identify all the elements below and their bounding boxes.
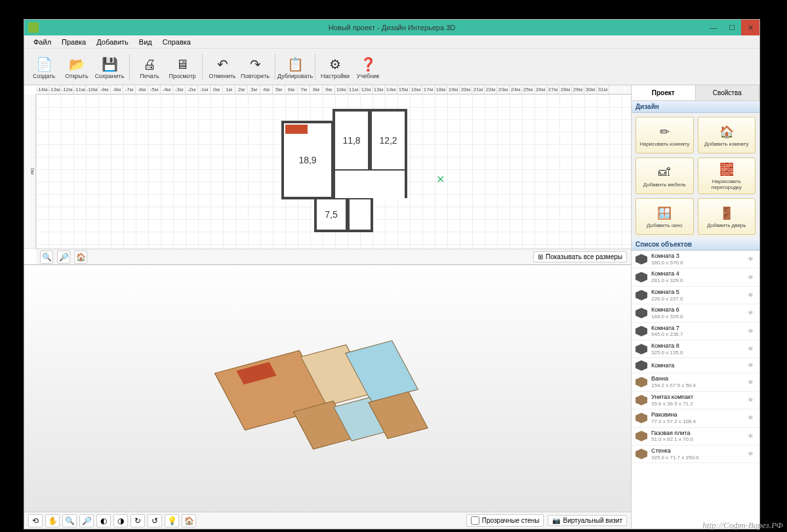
- visibility-icon[interactable]: 👁: [748, 274, 756, 281]
- visibility-icon[interactable]: 👁: [748, 379, 756, 386]
- 3d-tool-2[interactable]: ◑: [113, 514, 128, 527]
- design-buttons-grid: ✏Нарисовать комнату🏠Добавить комнату🛋Доб…: [632, 113, 759, 239]
- 3d-pan-button[interactable]: ✋: [45, 514, 60, 527]
- object-item[interactable]: Комната 3380.0 x 570.0👁: [632, 251, 759, 268]
- transparent-walls-checkbox[interactable]: [471, 516, 479, 525]
- toolbar-Печать[interactable]: 🖨Печать: [134, 51, 165, 84]
- 3d-view[interactable]: ⟲ ✋ 🔍 🔎 ◐ ◑ ↻ ↺ 💡 🏠 Прозрачные стены: [24, 265, 631, 529]
- 2d-grid[interactable]: 18,9 11,8 12,2 7,5 ✕: [36, 94, 631, 249]
- object-item[interactable]: Комната 4281.0 x 329.0👁: [632, 268, 759, 286]
- visibility-icon[interactable]: 👁: [748, 433, 756, 440]
- visibility-icon[interactable]: 👁: [748, 346, 756, 352]
- toolbar-Настройки[interactable]: ⚙Настройки: [319, 51, 351, 84]
- toolbar-Отменить[interactable]: ↶Отменить: [207, 51, 238, 84]
- 3d-tool-4[interactable]: ↺: [148, 514, 162, 527]
- visibility-icon[interactable]: 👁: [748, 397, 756, 403]
- 3d-home-button[interactable]: 🏠: [182, 514, 196, 527]
- object-item[interactable]: Комната 8325.0 x 135.0👁: [632, 340, 759, 358]
- design-btn-Добавить окно[interactable]: 🪟Добавить окно: [636, 198, 694, 235]
- 3d-tool-3[interactable]: ↻: [131, 514, 145, 527]
- virtual-visit-button[interactable]: 📷 Виртуальный визит: [548, 515, 627, 526]
- camera-icon: 📷: [552, 517, 560, 524]
- 3d-light-button[interactable]: 💡: [165, 514, 179, 527]
- design-btn-Нарисовать комнату[interactable]: ✏Нарисовать комнату: [636, 117, 694, 153]
- 3d-rotate-button[interactable]: ⟲: [28, 514, 43, 527]
- maximize-button[interactable]: ☐: [723, 20, 741, 35]
- toolbar-Открыть[interactable]: 📂Открыть: [61, 51, 92, 84]
- 2d-toolbar: 🔍 🔎 🏠 ⊞ Показывать все размеры: [36, 249, 631, 264]
- close-button[interactable]: ✕: [741, 20, 759, 35]
- object-icon: [636, 344, 647, 354]
- design-btn-Добавить дверь[interactable]: 🚪Добавить дверь: [698, 198, 756, 235]
- object-item[interactable]: Газовая плита51.0 x 62.1 x 70.0👁: [632, 428, 759, 445]
- toolbar-icon: 📂: [68, 56, 86, 73]
- object-item[interactable]: Ванна154.2 x 67.5 x 50.4👁: [632, 373, 759, 391]
- visibility-icon[interactable]: 👁: [748, 451, 756, 457]
- menu-file[interactable]: Файл: [28, 37, 56, 47]
- object-icon: [636, 413, 647, 423]
- 3d-zoom-in-button[interactable]: 🔍: [62, 514, 77, 527]
- window-title: Новый проект - Дизайн Интерьера 3D: [329, 24, 455, 31]
- transparent-walls-toggle[interactable]: Прозрачные стены: [466, 514, 544, 527]
- room-2[interactable]: 11,8: [333, 109, 371, 172]
- toolbar-Дублировать[interactable]: 📋Дублировать: [279, 51, 311, 84]
- toolbar-icon: 🖥: [173, 56, 192, 73]
- object-icon: [636, 360, 647, 371]
- visibility-icon[interactable]: 👁: [748, 256, 756, 262]
- menu-add[interactable]: Добавить: [91, 37, 134, 47]
- 3d-model[interactable]: [210, 312, 446, 482]
- 2d-view[interactable]: -14м-13м-12м-11м-10м-9м-8м-7м-6м-5м-4м-3…: [24, 85, 631, 265]
- toolbar-Создать[interactable]: 📄Создать: [28, 51, 60, 84]
- object-icon: [636, 326, 647, 337]
- origin-marker-icon: ✕: [436, 173, 445, 186]
- menu-view[interactable]: Вид: [134, 37, 157, 47]
- visibility-icon[interactable]: 👁: [748, 362, 756, 369]
- object-icon: [636, 395, 647, 405]
- app-window: Новый проект - Дизайн Интерьера 3D — ☐ ✕…: [24, 19, 760, 529]
- object-item[interactable]: Стенка325.0 x 71.7 x 250.0👁: [632, 445, 759, 463]
- toolbar-Учебник[interactable]: ❓Учебник: [352, 51, 384, 84]
- room-4[interactable]: 7,5: [314, 197, 348, 232]
- design-btn-Добавить комнату[interactable]: 🏠Добавить комнату: [698, 117, 756, 153]
- visibility-icon[interactable]: 👁: [748, 328, 756, 335]
- toolbar-Просмотр[interactable]: 🖥Просмотр: [167, 51, 198, 84]
- toolbar-icon: 📄: [35, 56, 53, 73]
- menu-help[interactable]: Справка: [157, 37, 196, 47]
- tab-properties[interactable]: Свойства: [696, 85, 760, 100]
- object-item[interactable]: Комната 6168.0 x 329.0👁: [632, 304, 759, 322]
- object-item[interactable]: Комната 7545.0 x 236.7👁: [632, 323, 759, 340]
- object-item[interactable]: Комната 5226.0 x 227.0👁: [632, 287, 759, 304]
- visibility-icon[interactable]: 👁: [748, 310, 756, 316]
- toolbar-Повторить[interactable]: ↷Повторить: [239, 51, 271, 84]
- toolbar-Сохранить[interactable]: 💾Сохранить: [94, 51, 125, 84]
- menu-edit[interactable]: Правка: [56, 37, 91, 47]
- toolbar-icon: ❓: [359, 56, 377, 73]
- object-item[interactable]: Комната👁: [632, 358, 759, 373]
- app-icon: [28, 22, 39, 33]
- visibility-icon[interactable]: 👁: [748, 415, 756, 421]
- 3d-tool-1[interactable]: ◐: [96, 514, 111, 527]
- tab-project[interactable]: Проект: [632, 85, 696, 100]
- zoom-out-button[interactable]: 🔎: [57, 251, 70, 264]
- show-dimensions-button[interactable]: ⊞ Показывать все размеры: [533, 251, 627, 262]
- furniture-sofa: [285, 125, 308, 134]
- design-btn-Добавить мебель[interactable]: 🛋Добавить мебель: [636, 157, 694, 194]
- object-item[interactable]: Раковина77.3 x 57.2 x 108.4👁: [632, 409, 759, 427]
- visibility-icon[interactable]: 👁: [748, 292, 756, 298]
- zoom-in-button[interactable]: 🔍: [40, 251, 53, 264]
- corridor[interactable]: [333, 171, 407, 198]
- 3d-zoom-out-button[interactable]: 🔎: [79, 514, 94, 527]
- sidebar-tabs: Проект Свойства: [632, 85, 759, 101]
- room-small[interactable]: [347, 197, 373, 232]
- home-button[interactable]: 🏠: [74, 251, 87, 264]
- toolbar-icon: ↶: [213, 56, 232, 73]
- design-btn-Нарисовать перегородку[interactable]: 🧱Нарисовать перегородку: [698, 157, 756, 194]
- object-icon: [636, 308, 647, 318]
- object-item[interactable]: Унитаз компакт35.6 x 36.5 x 71.2👁: [632, 392, 759, 409]
- room-3[interactable]: 12,2: [369, 109, 407, 172]
- minimize-button[interactable]: —: [704, 20, 723, 35]
- grid-icon: ⊞: [538, 253, 543, 260]
- main-area: -14м-13м-12м-11м-10м-9м-8м-7м-6м-5м-4м-3…: [24, 85, 631, 529]
- object-list[interactable]: Комната 3380.0 x 570.0👁Комната 4281.0 x …: [632, 251, 759, 529]
- floorplan[interactable]: 18,9 11,8 12,2 7,5: [281, 105, 413, 236]
